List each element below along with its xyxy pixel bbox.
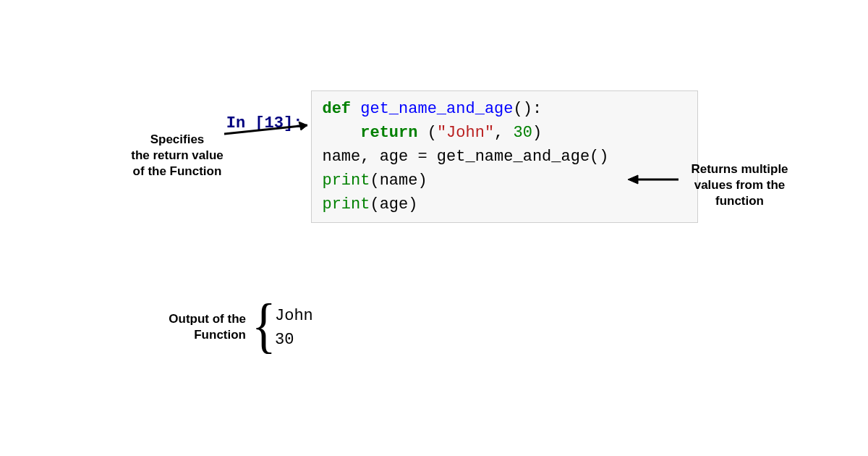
svg-line-0 — [224, 125, 307, 134]
annotation-output: Output of the Function — [145, 311, 246, 343]
arrow-right-icon — [628, 174, 678, 185]
svg-marker-1 — [299, 122, 307, 130]
annotation-multiple-values: Returns multiple values from the functio… — [680, 161, 799, 209]
code-line-6: print(age) — [322, 193, 687, 216]
annotation-return-value: Specifies the return value of the Functi… — [123, 132, 231, 180]
code-editor: def get_name_and_age(): return ("John", … — [311, 90, 698, 223]
output-line-2: 30 — [275, 328, 313, 352]
arrow-left-icon — [224, 122, 318, 136]
code-line-1: def get_name_and_age(): — [322, 97, 687, 121]
brace-icon: { — [252, 291, 276, 360]
cell-output: John 30 — [275, 304, 313, 352]
code-line-2: return ("John", 30) — [322, 121, 687, 145]
jupyter-cell: In [13]: def get_name_and_age(): return … — [188, 90, 698, 223]
svg-marker-3 — [628, 175, 638, 184]
code-line-4: name, age = get_name_and_age() — [322, 145, 687, 169]
output-line-1: John — [275, 304, 313, 328]
